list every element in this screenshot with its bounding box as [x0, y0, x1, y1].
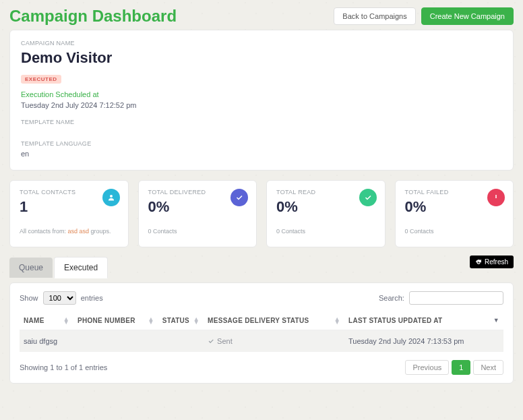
stat-sub: 0 Contacts — [405, 228, 504, 235]
col-delivery[interactable]: MESSAGE DELIVERY STATUS▲▼ — [204, 311, 344, 330]
stat-sub: All contacts from: asd asd groups. — [20, 228, 119, 235]
search-input[interactable] — [409, 291, 503, 305]
pager-prev[interactable]: Previous — [405, 360, 449, 375]
campaign-name: Demo Visitor — [21, 49, 502, 67]
table-panel: Show 102550100 entries Search: NAME▲▼ PH… — [9, 282, 514, 384]
create-new-campaign-button[interactable]: Create New Campaign — [421, 7, 514, 25]
col-updated[interactable]: LAST STATUS UPDATED AT▼ — [344, 311, 503, 330]
cell-phone — [73, 330, 158, 353]
table-info: Showing 1 to 1 of 1 entries — [20, 363, 107, 371]
svg-point-1 — [495, 197, 497, 198]
col-phone[interactable]: PHONE NUMBER▲▼ — [73, 311, 158, 330]
stats-row: TOTAL CONTACTS 1 All contacts from: asd … — [9, 180, 514, 247]
alert-icon — [487, 189, 505, 206]
length-control: Show 102550100 entries — [20, 291, 103, 305]
refresh-icon — [475, 259, 482, 266]
stat-card-delivered: TOTAL DELIVERED 0% 0 Contacts — [138, 180, 257, 247]
table-row: saiu dfgsg Sent Tuesday 2nd July 2024 7:… — [20, 330, 503, 353]
search-control: Search: — [379, 291, 503, 305]
stat-sub: 0 Contacts — [148, 228, 247, 235]
tab-executed[interactable]: Executed — [54, 257, 108, 278]
check-icon — [208, 338, 214, 344]
tab-queue[interactable]: Queue — [9, 258, 53, 278]
results-table: NAME▲▼ PHONE NUMBER▲▼ STATUS▲▼ MESSAGE D… — [20, 311, 503, 352]
svg-rect-2 — [495, 195, 497, 197]
stat-card-failed: TOTAL FAILED 0% 0 Contacts — [395, 180, 514, 247]
person-icon — [102, 189, 120, 206]
execution-scheduled-time: Tuesday 2nd July 2024 7:12:52 pm — [21, 101, 502, 109]
pager-next[interactable]: Next — [473, 360, 503, 375]
stat-card-read: TOTAL READ 0% 0 Contacts — [266, 180, 386, 247]
svg-point-0 — [110, 195, 113, 198]
refresh-button[interactable]: Refresh — [470, 256, 514, 268]
pager: Previous 1 Next — [405, 360, 503, 375]
col-status[interactable]: STATUS▲▼ — [158, 311, 204, 330]
back-to-campaigns-button[interactable]: Back to Campaigns — [334, 7, 415, 25]
stat-card-contacts: TOTAL CONTACTS 1 All contacts from: asd … — [9, 180, 129, 247]
col-name[interactable]: NAME▲▼ — [20, 311, 73, 330]
campaign-name-label: CAMPAIGN NAME — [21, 40, 502, 47]
page-title: Campaign Dashboard — [9, 7, 177, 26]
template-language: en — [21, 150, 502, 158]
cell-updated: Tuesday 2nd July 2024 7:13:53 pm — [344, 330, 503, 353]
cell-delivery: Sent — [204, 330, 344, 353]
check-circle-icon — [230, 189, 248, 206]
execution-scheduled-label: Execution Scheduled at — [21, 90, 502, 98]
template-name-label: TEMPLATE NAME — [21, 119, 502, 125]
check-badge-icon — [359, 189, 377, 206]
tabs-row: Queue Executed Refresh — [9, 257, 514, 278]
cell-name: saiu dfgsg — [20, 330, 73, 353]
campaign-details-panel: CAMPAIGN NAME Demo Visitor EXECUTED Exec… — [9, 30, 514, 171]
length-select[interactable]: 102550100 — [43, 291, 76, 305]
top-actions: Back to Campaigns Create New Campaign — [334, 7, 514, 25]
pager-page-1[interactable]: 1 — [452, 360, 470, 375]
stat-sub: 0 Contacts — [276, 228, 375, 235]
template-language-label: TEMPLATE LANGUAGE — [21, 140, 502, 147]
status-badge: EXECUTED — [21, 75, 61, 84]
cell-status — [158, 330, 204, 353]
